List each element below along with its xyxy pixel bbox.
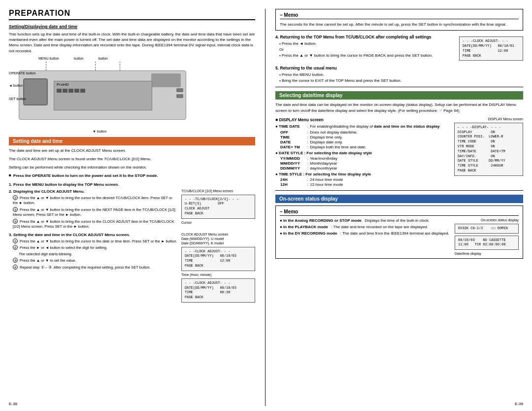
- column-divider: [265, 9, 266, 406]
- step-4-area: 4. Returning to the TOP Menu from TC/UB/…: [275, 34, 523, 63]
- page-wrapper: PREPARATION Setting/Displaying date and …: [0, 0, 532, 411]
- menu-button-label: MENU button: [38, 57, 59, 60]
- date-item: DATE : Displays date only.: [280, 140, 450, 144]
- setting-note: Setting can be performed while checking …: [9, 165, 255, 170]
- memo-box-top: – Memo The seconds for the time cannot b…: [275, 9, 523, 31]
- step-3-sub-4: ④ Repeat step ① – ③. After completing th…: [13, 265, 178, 271]
- mm-dd-yy: MM/DD/YY : Month/day/year: [280, 161, 450, 166]
- step-4-bullet-2: • Press the ▲ or ▼ button to bring the c…: [279, 53, 456, 59]
- step-2-header: 2. Displaying the CLOCK ADJUST Menu.: [9, 189, 178, 194]
- step-2-sub-1: ① Press the ▲ or ▼ button to bring the c…: [13, 195, 178, 206]
- step-2-sub-3: ③ Press the ▲ or ▼ button to bring the c…: [13, 219, 178, 230]
- time-item: TIME : Displays time only.: [280, 135, 450, 139]
- step-5-bullet-1: • Press the MENU button.: [279, 72, 523, 78]
- step-1: 1. Press the MENU button to display the …: [9, 182, 255, 187]
- dd-mm-yy: DD/MM/YY : day/month/year: [280, 166, 450, 171]
- arrow-button-label: ▼ button: [93, 130, 106, 133]
- step-4-bullet-or: Or: [279, 47, 456, 53]
- display-screen-label: DISPLAY Menu screen: [454, 117, 523, 121]
- memo-title-on-screen: – Memo: [280, 209, 519, 216]
- page-title: PREPARATION: [9, 9, 255, 20]
- clock-note-dd: Date (DD/MM/YY). E model: [181, 241, 255, 245]
- screen-2: - - -CLOCK ADJUST- - - DATE(DD/MM/YY) 08…: [181, 247, 255, 271]
- time-label: Time (Hour, minute): [181, 273, 255, 276]
- memo-box-on-screen: – Memo ● In the Analog RECORDING or STOP…: [275, 206, 523, 259]
- on-screen-title-box: On-screen status display: [275, 195, 523, 203]
- clock-note-mm: Date (MM/DD/YY). U model: [181, 237, 255, 240]
- step-5-area: 5. Returning to the usual menu • Press t…: [275, 66, 523, 84]
- playback-item: ● In the PLAYBACK mode : The date and ti…: [280, 225, 451, 229]
- step-3-sub-2: ② Press the ► or ◄ button to select the …: [13, 245, 178, 251]
- screen-3: - - -CLOCK ADJUST- - - DATE(DD/MM/YY) 08…: [181, 278, 255, 303]
- 24h-item: 24H : 24-hour time mode: [280, 177, 450, 182]
- press-operate-text: Press the OPERATE button to turn on the …: [13, 173, 158, 178]
- clock-note: The CLOCK ADJUST Menu screen is found un…: [9, 156, 255, 162]
- time-date-item: ● TIME DATE : For enabling/disabling the…: [275, 124, 450, 129]
- time-style-header: ● TIME STYLE : For selecting the time di…: [275, 172, 450, 176]
- 12h-item: 12H : 12-hour time mode: [280, 182, 450, 187]
- on-screen-top: DV32K CH-1/2 ☐☐ 00MIN: [455, 224, 519, 234]
- step-5-bullet-2: • Bring the cursor to EXIT of the TOP Me…: [279, 78, 523, 84]
- step-2-sub-2: ② Press the ▲ or ▼ button to bring the c…: [13, 207, 178, 218]
- cursor-label: Cursor: [181, 221, 255, 224]
- yy-mm-dd: YY/MM/DD : Year/month/day: [280, 156, 450, 161]
- screen-1: - - -TC/UB/CLOCK[2/2]- - - U-BIT(S) OFF …: [181, 195, 255, 219]
- on-screen-bottom: 08/10/03 NO CASSETTE 11:00 TCR 02:00:00:…: [455, 236, 519, 250]
- setting-body: The date and time are set up at the CLOC…: [9, 148, 255, 153]
- date-tm-item: DATE+ TM : Displays both the time and da…: [280, 145, 450, 149]
- intro-paragraph: This function sets up the date and time …: [9, 32, 255, 54]
- back-button-label: ◄ button: [9, 84, 35, 87]
- display-menu-area: ■ DISPLAY Menu screen ● TIME DATE : For …: [275, 117, 523, 187]
- date-style-header: ● DATE STYLE : For selecting the date di…: [275, 151, 450, 155]
- off-item: OFF : Does not display date/time.: [280, 130, 450, 135]
- press-operate-section: ■ Press the OPERATE button to turn on th…: [9, 173, 255, 178]
- on-screen-content: ● In the Analog RECORDING or STOP mode D…: [280, 218, 519, 255]
- step-5-header: 5. Returning to the usual menu: [275, 66, 523, 70]
- step-3-area: 3. Setting the date and time in the CLOC…: [9, 233, 255, 305]
- left-column: PREPARATION Setting/Displaying date and …: [9, 9, 255, 406]
- operate-button-label: OPERATE button: [9, 71, 35, 75]
- selecting-intro: The date and time data can be displayed …: [275, 102, 523, 113]
- setting-date-time-box: Setting date and time: [9, 137, 255, 145]
- screen-clock-right: - - -CLOCK ADJUST- - - DATE(DD/MM/YY) 08…: [459, 36, 523, 61]
- tc-ub-label: TC/UB/CLOCK [2/2] Menu screen: [181, 189, 255, 193]
- step-3-header: 3. Setting the date and time in the CLOC…: [9, 233, 178, 237]
- step-3-blink: The selected digit starts blinking.: [13, 252, 178, 257]
- clock-adjust-label: CLOCK ADJUST Menu screen: [181, 233, 255, 236]
- memo-text-top: The seconds for the time cannot be set u…: [280, 22, 519, 27]
- right-column: – Memo The seconds for the time cannot b…: [275, 9, 523, 406]
- time-date-term: ● TIME DATE: [275, 124, 305, 129]
- page-number-right: E-39: [515, 402, 523, 406]
- step-4-bullet-1: • Press the ◄ button.: [279, 41, 456, 47]
- date-time-label: Date/time display: [455, 252, 519, 255]
- step-3-sub-3: ③ Press the ▲ or ▼ to set the value.: [13, 258, 178, 264]
- page-number-left: E-38: [9, 402, 17, 406]
- dv-recording-item: ● In the DV RECORDING mode : The date an…: [280, 231, 451, 236]
- analog-recording-item: ● In the Analog RECORDING or STOP mode D…: [280, 218, 451, 223]
- display-screen: - - - -DISPLAY- - - - DISPLAY ON COUNTER…: [454, 123, 523, 176]
- step-4-header: 4. Returning to the TOP Menu from TC/UB/…: [275, 34, 456, 39]
- button1-label: button: [74, 57, 83, 60]
- section-divider-1: [275, 87, 523, 87]
- step-2-area: 2. Displaying the CLOCK ADJUST Menu. ① P…: [9, 189, 255, 231]
- time-date-desc: For enabling/disabling the display of da…: [310, 124, 450, 129]
- camera-diagram: ProHD: [19, 70, 186, 120]
- step-3-sub-1: ① Press the ▲ or ▼ button to bring the c…: [13, 239, 178, 244]
- page-content: PREPARATION Setting/Displaying date and …: [0, 0, 532, 411]
- steps-section: 1. Press the MENU button to display the …: [9, 182, 255, 305]
- display-menu-title: ■ DISPLAY Menu screen: [275, 117, 450, 122]
- selecting-title-box: Selecting date/time display: [275, 91, 523, 100]
- button2-label: button: [99, 57, 108, 60]
- memo-title-top: – Memo: [280, 12, 519, 19]
- on-screen-display-label: On-screen status display: [455, 218, 519, 222]
- set-button-label: SET button: [9, 97, 35, 101]
- section-divider-2: [275, 190, 523, 191]
- section-header-date-time: Setting/Displaying date and time: [9, 24, 255, 29]
- diagram-area: MENU button button button: [9, 57, 255, 133]
